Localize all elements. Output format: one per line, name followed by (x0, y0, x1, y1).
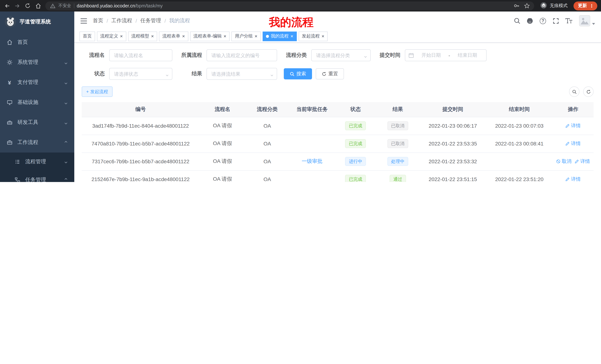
close-icon[interactable]: × (290, 34, 293, 38)
process-name-input[interactable] (109, 49, 172, 61)
search-button[interactable]: 搜索 (284, 68, 312, 79)
forward-icon[interactable] (14, 3, 20, 9)
fullscreen-icon[interactable] (552, 17, 559, 24)
cell-actions: 详情 (552, 135, 594, 153)
close-icon[interactable]: × (151, 34, 154, 38)
cell-end-time: 2022-01-23 00:08:41 (486, 135, 552, 153)
cell-current-task (289, 170, 335, 182)
chevron-up-icon (64, 178, 68, 182)
detail-link[interactable]: 详情 (575, 158, 590, 165)
detail-link[interactable]: 详情 (566, 176, 581, 182)
kebab-menu-icon[interactable]: ⋮ (590, 3, 594, 8)
table-row: 3ad174fb-7b9d-11ec-8404-acde48001122 OA … (82, 117, 594, 135)
cell-submit-time: 2022-01-22 23:53:32 (420, 153, 486, 170)
refresh-table-button[interactable] (583, 86, 594, 97)
result-badge: 处理中 (387, 157, 408, 166)
sidebar-item-home[interactable]: 首页 (0, 32, 74, 52)
detail-link[interactable]: 详情 (566, 123, 581, 129)
tab-process-definition[interactable]: 流程定义× (97, 31, 126, 41)
url-path: /bpm/task/my (135, 3, 163, 8)
detail-link[interactable]: 详情 (566, 140, 581, 147)
process-definition-input[interactable] (207, 49, 277, 61)
sidebar-item-process-mgmt[interactable]: 流程管理 (0, 153, 74, 171)
update-button[interactable]: 更新 ⋮ (573, 1, 597, 10)
breadcrumb-item[interactable]: 首页 (93, 18, 103, 24)
current-task-link[interactable]: 一级审批 (302, 158, 322, 164)
security-label[interactable]: 不安全 (58, 3, 71, 9)
sidebar-item-system-mgmt[interactable]: 系统管理 (0, 52, 74, 72)
tab-start-process[interactable]: 发起流程× (299, 31, 328, 41)
close-icon[interactable]: × (120, 34, 123, 38)
sidebar-item-infrastructure[interactable]: 基础设施 (0, 92, 74, 112)
start-date-input[interactable]: 开始日期 (416, 52, 447, 59)
breadcrumb-item[interactable]: 任务管理 (140, 18, 161, 24)
search-icon[interactable] (513, 17, 521, 24)
sidebar-item-payment-mgmt[interactable]: ¥ 支付管理 (0, 72, 74, 92)
close-icon[interactable]: × (321, 34, 324, 38)
reset-button[interactable]: 重置 (316, 68, 344, 79)
home-menu-icon (6, 39, 13, 46)
close-icon[interactable]: × (224, 34, 226, 38)
toolbox-icon (6, 119, 13, 126)
tab-my-process[interactable]: 我的流程× (263, 31, 297, 41)
home-icon[interactable] (35, 3, 41, 9)
chevron-down-icon (64, 160, 68, 164)
cell-name: OA 请假 (200, 117, 246, 135)
date-range-picker[interactable]: 开始日期 - 结束日期 (405, 49, 487, 61)
user-menu[interactable] (579, 15, 595, 26)
col-status: 状态 (335, 102, 376, 117)
app-logo-row[interactable]: 芋道管理系统 (0, 11, 74, 32)
breadcrumb-separator: / (165, 18, 166, 24)
tab-process-form-edit[interactable]: 流程表单-编辑× (190, 31, 230, 41)
top-header: 首页 / 工作流程 / 任务管理 / 我的流程 我的流程 (74, 11, 601, 30)
sidebar-item-task-mgmt[interactable]: 任务管理 (0, 171, 74, 182)
hamburger-icon[interactable] (80, 18, 87, 24)
app-logo (5, 16, 16, 28)
sidebar: 芋道管理系统 首页 系统管理 ¥ (0, 11, 74, 182)
process-category-select[interactable] (311, 49, 371, 61)
update-label: 更新 (578, 3, 587, 9)
github-icon[interactable] (526, 17, 533, 24)
briefcase-icon (6, 139, 13, 146)
result-badge: 已取消 (387, 121, 408, 130)
help-icon[interactable]: ? (539, 17, 546, 24)
status-select[interactable] (109, 68, 172, 80)
reload-icon[interactable] (25, 3, 31, 9)
cell-name: OA 请假 (200, 135, 246, 153)
cell-result: 通过 (376, 170, 420, 182)
font-size-icon[interactable] (565, 17, 572, 24)
warning-icon (50, 3, 56, 9)
breadcrumb-item[interactable]: 工作流程 (111, 18, 132, 24)
cell-submit-time: 2022-01-23 00:06:17 (420, 117, 486, 135)
sidebar-item-dev-tools[interactable]: 研发工具 (0, 112, 74, 133)
result-select[interactable] (207, 68, 277, 80)
process-table: 编号 流程名 流程分类 当前审批任务 状态 结果 提交时间 结束时间 操作 (82, 102, 594, 182)
search-icon (290, 71, 295, 76)
cancel-link[interactable]: 取消 (556, 158, 571, 165)
back-icon[interactable] (4, 3, 10, 9)
url-text[interactable]: dashboard.yudao.iocoder.cn/bpm/task/my (77, 3, 163, 8)
sidebar-menu: 首页 系统管理 ¥ 支付管理 (0, 32, 74, 182)
tab-user-group[interactable]: 用户分组× (232, 31, 261, 41)
close-icon[interactable]: × (255, 34, 257, 38)
cell-result: 已取消 (376, 117, 420, 135)
yen-icon: ¥ (6, 79, 13, 86)
show-search-button[interactable] (569, 86, 580, 97)
tab-process-form[interactable]: 流程表单× (159, 31, 188, 41)
cell-actions: 详情 (552, 117, 594, 135)
avatar (579, 15, 590, 26)
end-date-input[interactable]: 结束日期 (452, 52, 483, 59)
tab-process-model[interactable]: 流程模型× (128, 31, 157, 41)
start-process-button[interactable]: + 发起流程 (82, 86, 112, 97)
bookmark-star-icon[interactable] (524, 3, 530, 9)
col-id: 编号 (82, 102, 200, 117)
sidebar-item-workflow[interactable]: 工作流程 (0, 133, 74, 153)
tab-home[interactable]: 首页 (80, 31, 95, 41)
refresh-icon (322, 71, 327, 76)
cell-status: 已完成 (335, 135, 376, 153)
address-bar[interactable]: 不安全 dashboard.yudao.iocoder.cn/bpm/task/… (45, 1, 534, 10)
key-icon[interactable] (513, 3, 520, 9)
close-icon[interactable]: × (182, 34, 185, 38)
incognito-label: 无痕模式 (550, 3, 568, 9)
result-badge: 已取消 (387, 139, 408, 148)
